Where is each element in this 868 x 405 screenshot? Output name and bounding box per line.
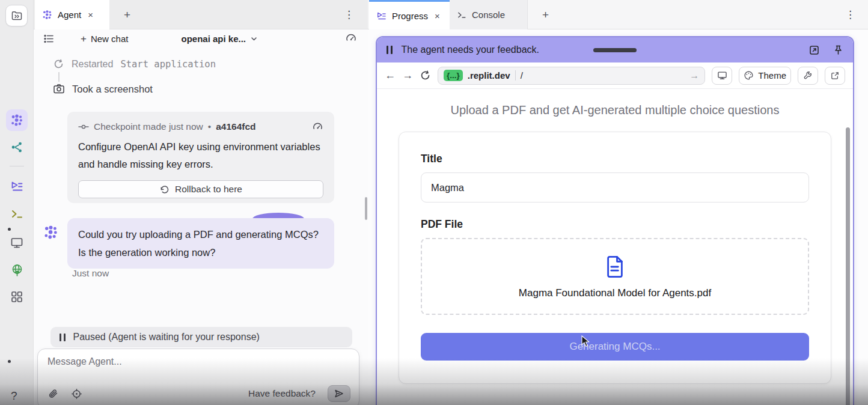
replit-workspace: ? Agent × + ⋮ + New chat [0, 0, 868, 405]
new-chat-button[interactable]: + New chat [81, 33, 128, 45]
progress-icon [10, 180, 23, 193]
pause-icon [60, 333, 66, 341]
wrench-icon [803, 71, 813, 81]
console-icon [10, 207, 23, 221]
restart-icon [53, 58, 64, 70]
pdf-upload-dropzone[interactable]: Magma Foundational Model for Agents.pdf [421, 238, 809, 315]
forward-button[interactable]: → [402, 69, 413, 82]
globe-publish-icon [10, 263, 24, 277]
plus-icon: + [81, 33, 87, 45]
drag-handle[interactable] [593, 48, 637, 52]
tab-agent[interactable]: Agent × [35, 0, 109, 29]
devtools-button[interactable] [798, 67, 818, 85]
pause-icon [387, 46, 393, 54]
tab-console-label: Console [472, 10, 505, 20]
panel-menu-button[interactable]: ⋮ [840, 0, 861, 29]
generate-mcqs-button[interactable]: Generating MCQs... [421, 333, 809, 361]
paused-text: Paused (Agent is waiting for your respon… [73, 332, 260, 343]
help-button[interactable]: ? [11, 389, 17, 403]
new-chat-label: New chat [91, 34, 129, 44]
agent-icon [10, 114, 23, 127]
checkpoint-card: Checkpoint made just now • a4164fcd Conf… [67, 112, 334, 203]
message-timestamp: Just now [72, 268, 109, 279]
divider-handle [365, 197, 367, 220]
title-input[interactable] [421, 172, 809, 202]
document-icon [602, 254, 628, 279]
chat-scroll-area[interactable]: Restarted Start application Took a scree… [34, 50, 368, 405]
rollback-button[interactable]: Rollback to here [78, 180, 323, 198]
checkpoint-gauge-icon[interactable] [312, 121, 323, 132]
url-separator [515, 70, 516, 81]
uploaded-file-name: Magma Foundational Model for Agents.pdf [519, 287, 711, 299]
navigate-icon[interactable]: → [689, 70, 699, 81]
camera-icon [53, 83, 65, 95]
usage-gauge-icon[interactable] [345, 32, 357, 44]
attach-icon[interactable] [47, 388, 59, 400]
pdf-field-label: PDF File [421, 218, 809, 231]
close-tab-icon[interactable]: × [87, 10, 94, 20]
panel-menu-button[interactable]: ⋮ [339, 0, 359, 29]
event-screenshot-label: Took a screenshot [72, 84, 153, 95]
agent-message-bubble: Could you try uploading a PDF and genera… [67, 218, 334, 269]
event-restarted-label: Restarted [72, 59, 113, 70]
theme-button[interactable]: Theme [739, 67, 791, 85]
webview: Upload a PDF and get AI-generated multip… [377, 89, 853, 405]
back-button[interactable]: ← [385, 69, 396, 82]
reload-icon[interactable] [420, 70, 431, 81]
progress-icon [376, 11, 387, 21]
agent-avatar-icon [43, 225, 58, 240]
event-screenshot: Took a screenshot [53, 83, 153, 95]
new-tab-button[interactable]: + [118, 0, 136, 29]
grid-icon [10, 290, 23, 303]
left-rail: ? [0, 0, 34, 405]
rail-item-apps[interactable] [6, 286, 28, 308]
agent-activity-dot [8, 228, 11, 231]
tab-progress[interactable]: Progress × [369, 0, 450, 29]
devices-button[interactable] [712, 67, 732, 85]
console-icon [457, 10, 466, 20]
monitor-icon [717, 70, 727, 81]
send-icon [334, 389, 344, 398]
rail-item-console[interactable] [6, 203, 28, 225]
paused-status-bar: Paused (Agent is waiting for your respon… [50, 327, 352, 347]
preview-scrollbar[interactable] [846, 127, 850, 405]
agent-message-text: Could you try uploading a PDF and genera… [78, 229, 319, 258]
chat-selector[interactable]: openai api ke... [181, 34, 258, 44]
chevron-down-icon [250, 35, 258, 43]
have-feedback-link[interactable]: Have feedback? [248, 388, 316, 399]
rail-divider [10, 166, 24, 166]
chat-selector-label: openai api ke... [181, 34, 246, 44]
checkpoint-header: Checkpoint made just now • a4164fcd [78, 121, 323, 132]
feedback-banner-text: The agent needs your feedback. [402, 44, 540, 55]
checkpoint-settings-icon[interactable] [71, 388, 82, 400]
rail-item-networking[interactable] [6, 259, 28, 281]
url-bar[interactable]: {...} .replit.dev / → [438, 67, 705, 85]
tab-console[interactable]: Console [450, 0, 528, 29]
open-external-button[interactable] [825, 67, 845, 85]
theme-button-label: Theme [758, 70, 786, 81]
rail-item-workflows[interactable] [6, 136, 28, 158]
popout-icon[interactable] [808, 44, 820, 56]
bullet-separator: • [208, 121, 211, 132]
app-preview-card: The agent needs your feedback. ← → [376, 36, 854, 405]
pin-icon[interactable] [833, 44, 843, 56]
rail-item-progress[interactable] [6, 175, 28, 197]
right-tabbar: Progress × Console + ⋮ [368, 0, 868, 29]
commit-icon [78, 123, 89, 131]
toggle-sidebar-button[interactable] [5, 5, 28, 26]
agent-icon [42, 10, 52, 20]
progress-activity-dot [8, 360, 11, 363]
new-tab-button[interactable]: + [536, 0, 555, 29]
rail-item-output[interactable] [6, 232, 28, 254]
mcq-form-card: Title PDF File Magma Foundational Model … [399, 132, 831, 384]
monitor-icon [10, 236, 23, 249]
message-input[interactable] [47, 356, 349, 378]
send-button[interactable] [328, 385, 350, 402]
agent-tabbar: Agent × + ⋮ [34, 0, 368, 29]
agent-toolbar: + New chat openai api ke... [34, 29, 368, 48]
chat-history-icon[interactable] [43, 33, 55, 44]
rollback-label: Rollback to here [175, 184, 242, 195]
close-tab-icon[interactable]: × [433, 11, 441, 21]
agent-panel: Agent × + ⋮ + New chat openai api ke... [34, 0, 368, 405]
rail-item-agent[interactable] [6, 109, 28, 131]
